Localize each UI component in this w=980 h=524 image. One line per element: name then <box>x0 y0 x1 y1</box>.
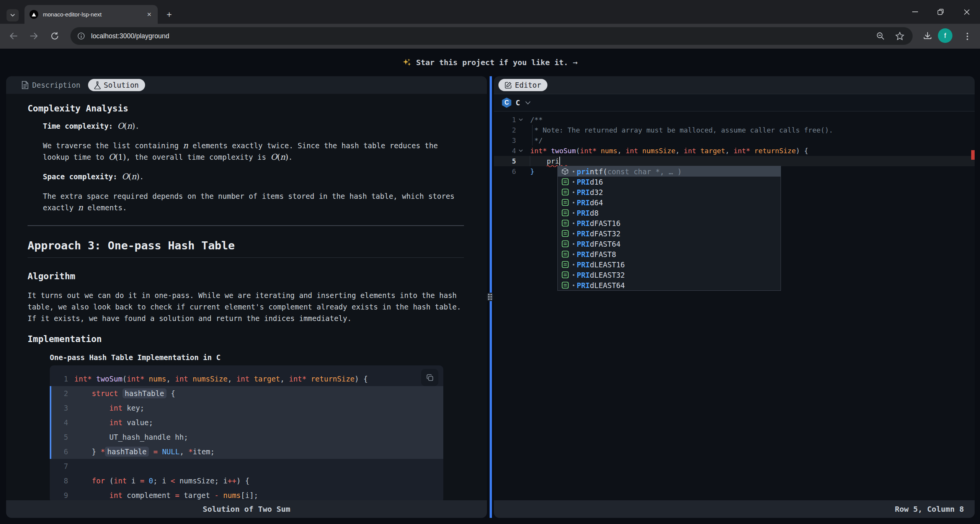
left-status-bar: Solution of Two Sum <box>6 500 487 518</box>
tab-close-icon[interactable]: ✕ <box>147 11 152 18</box>
tab-solution[interactable]: Solution <box>88 79 145 91</box>
address-bar[interactable]: localhost:3000/playground <box>70 27 913 45</box>
complexity-paragraph: Time complexity: O(n). <box>43 120 459 132</box>
downloads-button[interactable] <box>923 31 933 41</box>
sparkles-icon <box>402 58 412 67</box>
code-line: 5 UT_hash_handle hh; <box>50 430 443 444</box>
code-caption: One-pass Hash Table Implementation in C <box>50 353 487 362</box>
complexity-analysis-heading: Complexity Analysis <box>28 103 487 113</box>
field-symbol-icon <box>562 271 569 278</box>
back-button[interactable] <box>8 31 18 41</box>
indent-guide <box>530 156 530 166</box>
editor-panel-tabbar: Editor <box>494 76 975 94</box>
suggestion-item[interactable]: •PRIdLEAST16 <box>558 259 781 270</box>
complexity-paragraph: The extra space required depends on the … <box>43 190 459 213</box>
indent-guide <box>532 125 532 146</box>
field-symbol-icon <box>562 209 569 216</box>
chevron-down-icon <box>10 14 15 17</box>
forward-button[interactable] <box>29 31 39 41</box>
browser-tab-strip: monaco-editor-lsp-next ✕ + <box>0 0 980 24</box>
approach-heading: Approach 3: One-pass Hash Table <box>28 239 464 258</box>
tab-search-button[interactable] <box>7 9 19 21</box>
suggestion-item[interactable]: •PRId16 <box>558 177 781 187</box>
suggestion-item[interactable]: •PRId64 <box>558 197 781 208</box>
browser-tab[interactable]: monaco-editor-lsp-next ✕ <box>24 5 158 24</box>
code-line: 1int* twoSum(int* nums, int numsSize, in… <box>50 372 443 386</box>
suggestion-item[interactable]: •PRIdFAST8 <box>558 249 781 259</box>
editor-line[interactable]: 3 */ <box>494 135 975 146</box>
browser-window: monaco-editor-lsp-next ✕ + localhost:300… <box>0 0 980 524</box>
tab-description[interactable]: Description <box>21 79 80 91</box>
tab-description-label: Description <box>32 81 80 89</box>
browser-toolbar: localhost:3000/playground f <box>0 24 980 49</box>
code-line: 3 int key; <box>50 401 443 415</box>
implementation-code-block: 1int* twoSum(int* nums, int numsSize, in… <box>50 365 443 500</box>
arrow-right-icon: → <box>573 58 578 67</box>
suggestion-item[interactable]: •PRIdLEAST32 <box>558 270 781 280</box>
field-symbol-icon <box>562 219 569 227</box>
fold-chevron-icon[interactable] <box>519 149 523 152</box>
tab-title: monaco-editor-lsp-next <box>43 11 147 18</box>
window-restore-button[interactable] <box>935 7 946 17</box>
algorithm-heading: Algorithm <box>28 271 487 281</box>
cursor-position-text: Row 5, Column 8 <box>895 504 964 514</box>
tab-editor-label: Editor <box>515 81 541 89</box>
menu-kebab-icon[interactable] <box>962 31 972 41</box>
field-symbol-icon <box>562 199 569 206</box>
window-close-button[interactable] <box>961 7 972 17</box>
tab-solution-label: Solution <box>104 81 139 89</box>
profile-avatar[interactable]: f <box>938 28 952 43</box>
site-info-icon[interactable] <box>77 32 85 40</box>
banner-text: Star this project if you like it. <box>416 58 568 67</box>
suggestion-item[interactable]: •PRId8 <box>558 208 781 218</box>
copy-icon <box>426 374 434 382</box>
refresh-button[interactable] <box>50 31 60 41</box>
overview-error-marker <box>971 150 975 160</box>
vercel-favicon <box>29 10 38 19</box>
suggestion-item[interactable]: •printf(const char *, … ) <box>558 166 781 177</box>
language-bar: C C <box>494 94 975 111</box>
url-text: localhost:3000/playground <box>91 32 169 40</box>
text-cursor <box>559 157 560 165</box>
suggestion-item[interactable]: •PRIdFAST64 <box>558 239 781 249</box>
code-line: 2 struct hashTable { <box>50 386 443 401</box>
code-line: 7 <box>50 459 443 473</box>
code-line: 9 int complement = target - nums[i]; <box>50 488 443 500</box>
field-symbol-icon <box>562 261 569 268</box>
field-symbol-icon <box>562 240 569 247</box>
code-line: 6 } *hashTable = NULL, *item; <box>50 444 443 459</box>
suggestion-item[interactable]: •PRIdLEAST64 <box>558 280 781 290</box>
copy-code-button[interactable] <box>421 369 438 386</box>
new-tab-button[interactable]: + <box>164 9 175 20</box>
tab-editor[interactable]: Editor <box>498 79 547 91</box>
editor-line[interactable]: 1/** <box>494 115 975 125</box>
resizer-grip-icon[interactable] <box>487 293 493 301</box>
implementation-heading: Implementation <box>28 334 487 344</box>
language-chevron-icon[interactable] <box>525 101 531 105</box>
algorithm-paragraph: It turns out we can do it in one-pass. W… <box>28 290 467 324</box>
bookmark-star-icon[interactable] <box>895 32 904 40</box>
document-icon <box>21 81 29 89</box>
star-project-banner[interactable]: Star this project if you like it. → <box>0 49 980 76</box>
fold-chevron-icon[interactable] <box>519 118 523 121</box>
editor-line[interactable]: 2 * Note: The returned array must be mal… <box>494 125 975 135</box>
code-line: 8 for (int i = 0; i < numsSize; i++) { <box>50 473 443 488</box>
suggestion-item[interactable]: •PRId32 <box>558 187 781 197</box>
suggestion-item[interactable]: •PRIdFAST16 <box>558 218 781 228</box>
editor-status-bar: Row 5, Column 8 <box>494 500 975 518</box>
suggestion-item[interactable]: •PRIdFAST32 <box>558 228 781 239</box>
field-symbol-icon <box>562 178 569 185</box>
edit-icon <box>505 82 512 89</box>
complexity-paragraph: We traverse the list containing n elemen… <box>43 140 459 163</box>
field-symbol-icon <box>562 251 569 258</box>
zoom-icon[interactable] <box>876 32 885 40</box>
field-symbol-icon <box>562 188 569 196</box>
editor-line[interactable]: 4int* twoSum(int* nums, int numsSize, in… <box>494 146 975 156</box>
section-divider <box>28 225 464 226</box>
field-symbol-icon <box>562 230 569 237</box>
left-status-text: Solution of Two Sum <box>203 504 291 514</box>
description-solution-panel: Description Solution Complexity Analysis… <box>6 76 487 518</box>
window-minimize-button[interactable] <box>910 7 920 17</box>
editor-panel: Editor C C 1/**2 * Note: The returned ar… <box>494 76 975 518</box>
complexity-paragraph: Space complexity: O(n). <box>43 171 459 182</box>
